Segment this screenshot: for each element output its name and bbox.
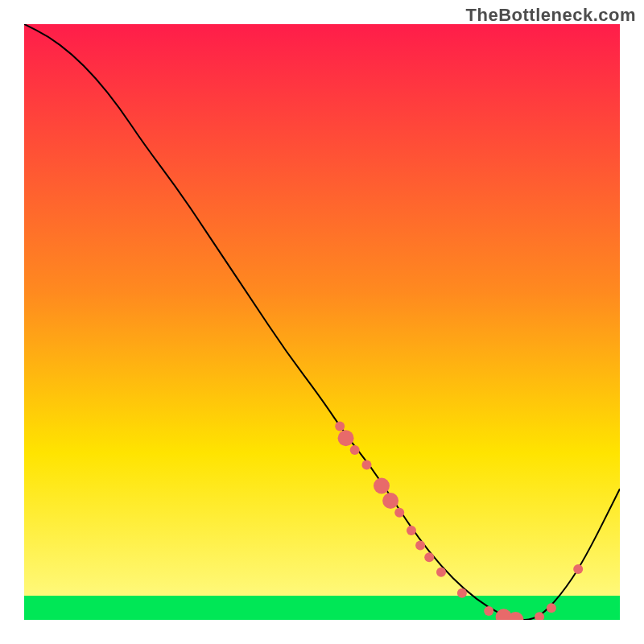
dot-marker <box>436 568 446 577</box>
dot-marker <box>547 603 556 613</box>
dot-marker <box>338 430 354 446</box>
dot-marker <box>457 588 467 598</box>
dot-marker <box>424 552 434 562</box>
watermark-text: TheBottleneck.com <box>466 5 636 26</box>
chart-stage: TheBottleneck.com <box>0 0 644 644</box>
dot-marker <box>484 606 493 616</box>
dot-marker <box>573 564 583 574</box>
green-bottom-band <box>24 596 620 620</box>
dot-marker <box>382 493 398 509</box>
dot-marker <box>335 422 345 431</box>
dot-marker <box>374 478 390 494</box>
plot-area <box>24 24 620 620</box>
gradient-background <box>24 24 620 620</box>
dot-marker <box>394 508 404 518</box>
dot-marker <box>362 460 372 470</box>
dot-marker <box>350 445 360 455</box>
dot-marker <box>415 541 425 551</box>
chart-svg <box>24 24 620 620</box>
dot-marker <box>407 526 416 535</box>
